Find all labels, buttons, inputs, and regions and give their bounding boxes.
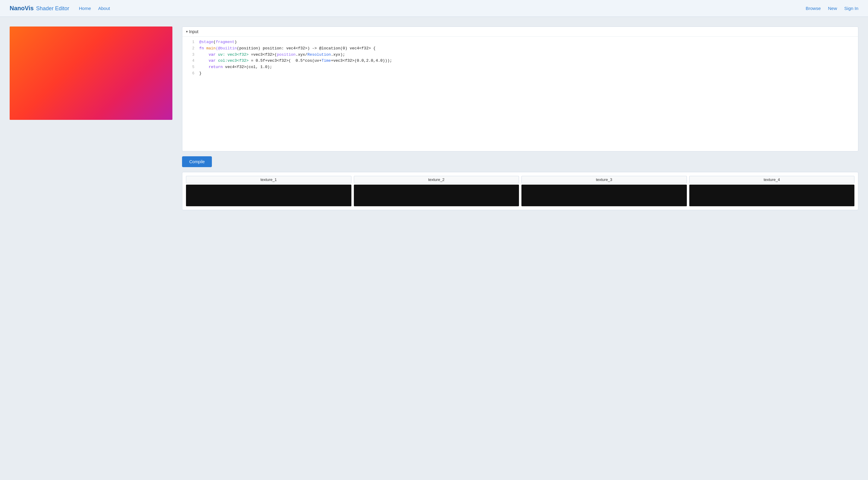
texture-label: texture_4 (689, 176, 855, 183)
code-line: 3 var uv: vec3<f32> =vec3<f32>(position.… (182, 52, 858, 58)
line-number: 4 (186, 58, 194, 64)
code-line: 5 return vec4<f32>(col, 1.0); (182, 64, 858, 70)
line-content: } (199, 70, 202, 77)
line-number: 5 (186, 64, 194, 70)
texture-grid: texture_1texture_2texture_3texture_4 (186, 176, 855, 206)
code-line: 1@stage(fragment) (182, 39, 858, 45)
line-content: fn main(@builtin(position) position: vec… (199, 45, 375, 52)
texture-label: texture_3 (521, 176, 687, 183)
nav-browse-link[interactable]: Browse (806, 6, 821, 11)
nav-home-link[interactable]: Home (79, 6, 91, 11)
texture-item[interactable]: texture_1 (186, 176, 351, 206)
texture-label: texture_1 (186, 176, 351, 183)
texture-thumbnail (186, 184, 351, 206)
brand-shader: Shader Editor (36, 5, 69, 12)
line-number: 6 (186, 71, 194, 76)
line-content: @stage(fragment) (199, 39, 237, 45)
main-content: ▾ Input 1@stage(fragment)2fn main(@built… (0, 17, 868, 220)
line-number: 3 (186, 52, 194, 58)
line-number: 1 (186, 39, 194, 45)
line-number: 2 (186, 46, 194, 52)
texture-section: texture_1texture_2texture_3texture_4 (182, 172, 858, 210)
compile-button[interactable]: Compile (182, 156, 212, 167)
shader-canvas-preview (10, 27, 173, 120)
texture-item[interactable]: texture_3 (521, 176, 687, 206)
input-label: Input (189, 29, 198, 34)
nav-right: Browse New Sign In (806, 6, 858, 11)
code-line: 4 var col:vec3<f32> = 0.5f+vec3<f32>( 0.… (182, 58, 858, 64)
line-content: return vec4<f32>(col, 1.0); (199, 64, 272, 70)
right-panel: ▾ Input 1@stage(fragment)2fn main(@built… (182, 27, 858, 210)
texture-thumbnail (354, 184, 519, 206)
code-line: 6} (182, 70, 858, 77)
input-section: ▾ Input 1@stage(fragment)2fn main(@built… (182, 27, 858, 151)
nav-brand: NanoVis Shader Editor (10, 5, 69, 12)
texture-item[interactable]: texture_4 (689, 176, 855, 206)
texture-thumbnail (521, 184, 687, 206)
nav-about-link[interactable]: About (98, 6, 110, 11)
nav-signin-link[interactable]: Sign In (844, 6, 858, 11)
nav-links: Home About (79, 6, 110, 11)
brand-nanovis: NanoVis (10, 5, 34, 12)
chevron-down-icon: ▾ (186, 30, 188, 34)
texture-thumbnail (689, 184, 855, 206)
line-content: var uv: vec3<f32> =vec3<f32>(position.xy… (199, 52, 345, 58)
navbar: NanoVis Shader Editor Home About Browse … (0, 0, 868, 17)
input-header: ▾ Input (182, 27, 858, 37)
code-line: 2fn main(@builtin(position) position: ve… (182, 45, 858, 52)
texture-item[interactable]: texture_2 (354, 176, 519, 206)
code-editor[interactable]: 1@stage(fragment)2fn main(@builtin(posit… (182, 37, 858, 151)
nav-new-link[interactable]: New (828, 6, 837, 11)
texture-label: texture_2 (354, 176, 519, 183)
line-content: var col:vec3<f32> = 0.5f+vec3<f32>( 0.5*… (199, 58, 392, 64)
